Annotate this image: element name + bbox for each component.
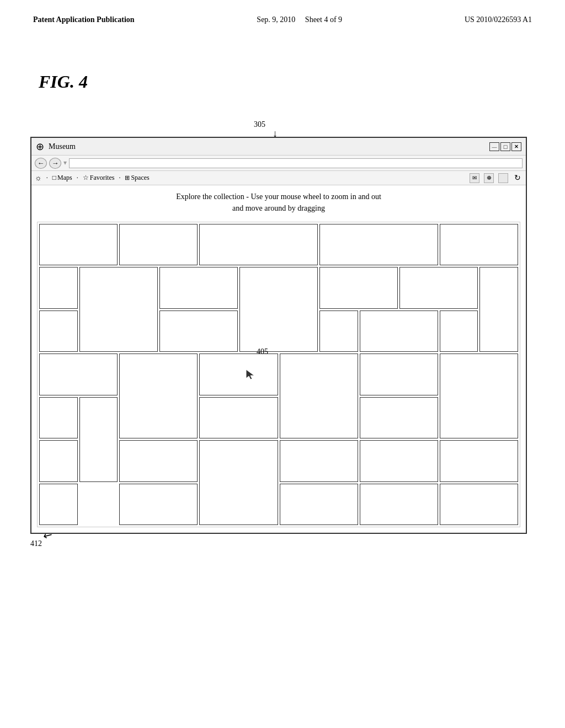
thumb-27[interactable] (360, 397, 438, 438)
thumb-37[interactable] (360, 484, 438, 525)
thumb-4[interactable] (319, 224, 438, 265)
thumb-30[interactable] (199, 440, 278, 525)
thumb-19[interactable] (119, 354, 198, 438)
page-icon[interactable] (498, 173, 508, 183)
links-bar: ☼ · □ Maps · ☆ Favorites · ⊞ Spaces ✉ ☸ … (31, 171, 526, 185)
thumb-31[interactable] (280, 440, 358, 481)
thumb-9[interactable] (239, 267, 318, 352)
thumb-38[interactable] (440, 484, 518, 525)
title-bar: ⊕ Museum — □ ✕ (31, 138, 526, 156)
refresh-icon[interactable]: ↻ (513, 173, 523, 183)
thumb-12[interactable] (479, 267, 518, 352)
close-button[interactable]: ✕ (511, 142, 521, 151)
patent-number: US 2010/0226593 A1 (465, 15, 532, 24)
links-sep3: · (119, 174, 120, 182)
thumb-25[interactable] (79, 397, 118, 482)
thumb-20[interactable] (199, 354, 278, 395)
callout-305: 305 (254, 120, 265, 129)
address-bar[interactable] (69, 158, 523, 168)
forward-button[interactable]: → (49, 158, 61, 169)
content-area: Explore the collection - Use your mouse … (31, 185, 526, 533)
nav-bar: ← → ▾ (31, 156, 526, 171)
thumb-26[interactable] (199, 397, 278, 438)
figure-label: FIG. 4 (39, 72, 88, 92)
thumb-28[interactable] (39, 440, 78, 481)
thumb-2[interactable] (119, 224, 198, 265)
publication-label: Patent Application Publication (33, 15, 135, 24)
thumb-14[interactable] (159, 311, 238, 352)
thumb-8[interactable] (159, 267, 238, 308)
thumb-32[interactable] (360, 440, 438, 481)
window-title: Museum (49, 142, 489, 151)
thumb-36[interactable] (280, 484, 358, 525)
thumb-34[interactable] (39, 484, 78, 525)
back-button[interactable]: ← (35, 158, 47, 169)
thumb-17[interactable] (440, 311, 478, 352)
spaces-label: Spaces (131, 174, 149, 182)
callout-405: 405 (257, 347, 268, 356)
thumb-11[interactable] (399, 267, 478, 308)
search-icon: ☼ (35, 174, 42, 183)
thumb-35[interactable] (119, 484, 198, 525)
thumb-16[interactable] (360, 311, 438, 352)
thumb-3[interactable] (199, 224, 318, 265)
browser-window: ⊕ Museum — □ ✕ ← → ▾ ☼ · □ Maps · ☆ Favo… (30, 137, 527, 534)
star-icon: ☆ (83, 174, 89, 182)
maps-label: Maps (57, 174, 72, 182)
favorites-link[interactable]: ☆ Favorites (83, 174, 115, 182)
thumb-13[interactable] (39, 311, 78, 352)
maps-link[interactable]: □ Maps (52, 174, 72, 182)
date-label: Sep. 9, 2010 Sheet 4 of 9 (257, 15, 342, 24)
spaces-link[interactable]: ⊞ Spaces (125, 174, 149, 182)
thumb-15[interactable] (319, 311, 358, 352)
instruction-text: Explore the collection - Use your mouse … (37, 191, 520, 214)
thumb-6[interactable] (39, 267, 78, 308)
thumb-24[interactable] (39, 397, 78, 438)
thumb-1[interactable] (39, 224, 118, 265)
favorites-label: Favorites (90, 174, 115, 182)
spaces-icon: ⊞ (125, 174, 130, 181)
mail-icon[interactable]: ✉ (470, 173, 479, 183)
mosaic-container[interactable] (37, 222, 520, 527)
nav-sep: ▾ (63, 159, 67, 167)
thumb-18[interactable] (39, 354, 118, 395)
thumb-7[interactable] (79, 267, 158, 352)
links-sep-dot: · (46, 174, 48, 182)
window-controls: — □ ✕ (489, 142, 521, 151)
restore-button[interactable]: □ (500, 142, 510, 151)
thumb-22[interactable] (360, 354, 438, 395)
thumb-23[interactable] (440, 354, 518, 438)
thumb-10[interactable] (319, 267, 398, 308)
thumb-33[interactable] (440, 440, 518, 481)
people-icon[interactable]: ☸ (484, 173, 494, 183)
mosaic-grid (38, 222, 520, 527)
sheet-label: Sheet 4 of 9 (305, 15, 342, 24)
callout-412: 412 (30, 539, 42, 548)
minimize-button[interactable]: — (489, 142, 499, 151)
folder-icon: □ (52, 174, 56, 182)
thumb-5[interactable] (440, 224, 518, 265)
globe-icon: ⊕ (36, 141, 44, 153)
links-sep2: · (77, 174, 78, 182)
page-header: Patent Application Publication Sep. 9, 2… (0, 0, 565, 24)
thumb-29[interactable] (119, 440, 198, 481)
thumb-21[interactable] (280, 354, 358, 438)
